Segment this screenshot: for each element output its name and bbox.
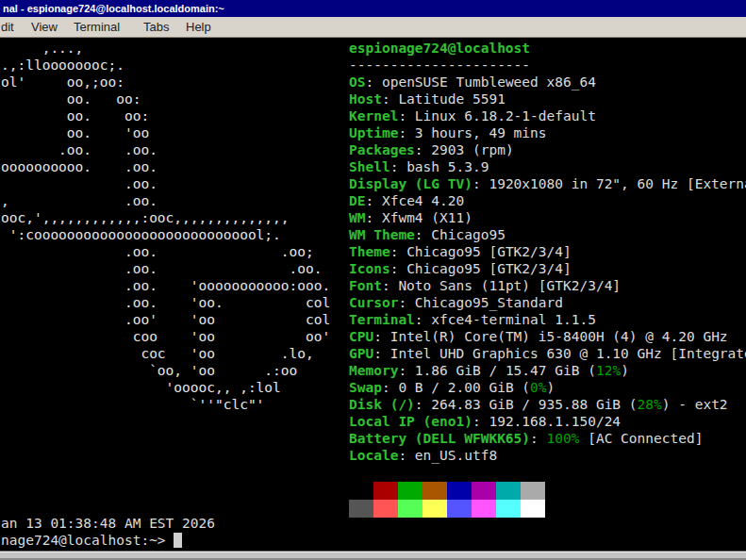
info-label: CPU — [349, 329, 373, 344]
palette-block — [349, 500, 373, 518]
info-value: Chicago95 — [431, 227, 506, 242]
user-host-line: espionage724@localhost — [349, 40, 746, 57]
info-value: ) — [621, 363, 629, 378]
separator-line: ---------------------- — [349, 57, 746, 74]
palette-block — [472, 500, 496, 518]
info-value: Xfwm4 (X11) — [382, 210, 472, 225]
palette-block — [447, 500, 472, 518]
info-value: 1920x1080 in 72", 60 Hz [Externa — [489, 176, 746, 191]
info-line: Battery (DELL WFWKK65): 100% [AC Connect… — [349, 430, 746, 447]
info-label: Swap — [349, 380, 382, 395]
info-value: Intel UHD Graphics 630 @ 1.10 GHz [Integ… — [390, 346, 746, 361]
palette-block — [423, 482, 447, 500]
palette-row-bright — [349, 500, 545, 518]
block-cursor — [174, 533, 182, 548]
info-value: Linux 6.18.2-1-default — [415, 108, 596, 124]
info-label: Icons — [349, 261, 390, 276]
date-line: an 13 01:38:48 AM EST 2026 — [1, 515, 215, 532]
palette-row-normal — [349, 482, 545, 500]
info-line: Disk (/): 264.83 GiB / 935.88 GiB (28%) … — [349, 396, 746, 413]
info-value: en_US.utf8 — [415, 448, 497, 463]
info-label: Display (LG TV) — [349, 176, 472, 191]
menu-item-tabs[interactable]: Tabs — [143, 17, 169, 38]
menu-item-help[interactable]: Help — [186, 17, 211, 38]
info-value: 100% — [547, 431, 580, 446]
palette-block — [496, 482, 521, 500]
info-value: 264.83 GiB / 935.88 GiB ( — [431, 397, 637, 412]
info-value: [AC Connected] — [579, 431, 703, 446]
titlebar[interactable]: nal - espionage724@localhost.localdomain… — [0, 0, 746, 17]
menu-item-view[interactable]: View — [31, 17, 58, 38]
info-value: xfce4-terminal 1.1.5 — [431, 312, 596, 327]
info-label: Kernel — [349, 108, 398, 124]
palette-block — [373, 500, 398, 518]
info-line: OS: openSUSE Tumbleweed x86_64 — [349, 74, 746, 91]
info-label: Packages — [349, 142, 415, 157]
info-line: Cursor: Chicago95_Standard — [349, 294, 746, 311]
info-value: ) - ext2 — [662, 397, 728, 412]
window-bottom-border — [0, 551, 746, 560]
info-label: Font — [349, 278, 382, 293]
system-info: espionage724@localhost------------------… — [349, 40, 746, 464]
info-label: Disk (/) — [349, 397, 415, 412]
info-value: 0 B / 2.00 GiB ( — [398, 380, 530, 395]
info-value: openSUSE Tumbleweed x86_64 — [382, 74, 596, 90]
info-label: Local IP (eno1) — [349, 414, 472, 429]
user-host: espionage724@localhost — [349, 41, 530, 56]
info-line: Shell: bash 5.3.9 — [349, 158, 746, 175]
palette-block — [447, 482, 472, 500]
prompt-line: nage724@localhost:~> — [1, 532, 182, 549]
palette-block — [398, 482, 423, 500]
info-line: Packages: 2903 (rpm) — [349, 141, 746, 158]
palette-block — [423, 500, 447, 518]
palette-block — [521, 482, 545, 500]
info-label: WM — [349, 210, 365, 225]
info-value: Chicago95 [GTK2/3/4] — [406, 244, 572, 259]
info-value: Xfce4 4.20 — [382, 193, 464, 208]
info-label: GPU — [349, 346, 373, 361]
info-value: 28% — [638, 397, 662, 412]
info-line: Locale: en_US.utf8 — [349, 447, 746, 464]
palette-block — [349, 482, 373, 500]
palette-block — [472, 482, 496, 500]
palette-block — [496, 500, 521, 518]
prompt-text: nage724@localhost:~> — [1, 533, 174, 548]
menubar: ditViewTerminalTabsHelp — [0, 17, 746, 38]
info-line: Icons: Chicago95 [GTK2/3/4] — [349, 260, 746, 277]
info-value: 0% — [530, 380, 546, 395]
info-line: WM Theme: Chicago95 — [349, 226, 746, 243]
info-line: Uptime: 3 hours, 49 mins — [349, 124, 746, 141]
color-palette — [349, 482, 545, 518]
info-line: WM: Xfwm4 (X11) — [349, 209, 746, 226]
info-label: Host — [349, 91, 382, 107]
info-line: Host: Latitude 5591 — [349, 91, 746, 107]
info-line: Theme: Chicago95 [GTK2/3/4] — [349, 243, 746, 260]
menu-item-terminal[interactable]: Terminal — [74, 17, 120, 38]
info-label: Locale — [349, 448, 398, 463]
info-label: Shell — [349, 159, 390, 174]
info-value: 1.86 GiB / 15.47 GiB ( — [415, 363, 596, 378]
info-line: DE: Xfce4 4.20 — [349, 192, 746, 209]
info-line: Memory: 1.86 GiB / 15.47 GiB (12%) — [349, 362, 746, 379]
info-label: Terminal — [349, 312, 415, 327]
info-value: Intel(R) Core(TM) i5-8400H (4) @ 4.20 GH… — [390, 329, 728, 344]
info-value: bash 5.3.9 — [406, 159, 489, 174]
separator: ---------------------- — [349, 58, 530, 73]
info-value: ) — [547, 380, 555, 395]
info-line: Terminal: xfce4-terminal 1.1.5 — [349, 311, 746, 328]
info-label: Cursor — [349, 295, 398, 310]
info-value: 3 hours, 49 mins — [415, 125, 547, 140]
info-line: Display (LG TV): 1920x1080 in 72", 60 Hz… — [349, 175, 746, 192]
info-line: Kernel: Linux 6.18.2-1-default — [349, 107, 746, 124]
info-label: OS — [349, 74, 365, 90]
info-line: CPU: Intel(R) Core(TM) i5-8400H (4) @ 4.… — [349, 328, 746, 345]
info-label: DE — [349, 193, 365, 208]
window-title: nal - espionage724@localhost.localdomain… — [3, 3, 224, 14]
menu-item-edit[interactable]: dit — [1, 17, 14, 38]
info-value: 2903 (rpm) — [431, 142, 513, 157]
info-value: Latitude 5591 — [398, 91, 506, 107]
info-value: Chicago95 [GTK2/3/4] — [406, 261, 572, 276]
terminal-screen[interactable]: ,..., .,:lloooooooc;. ol' oo,;oo: oo. oo… — [0, 38, 746, 551]
info-line: GPU: Intel UHD Graphics 630 @ 1.10 GHz [… — [349, 345, 746, 362]
info-line: Swap: 0 B / 2.00 GiB (0%) — [349, 379, 746, 396]
